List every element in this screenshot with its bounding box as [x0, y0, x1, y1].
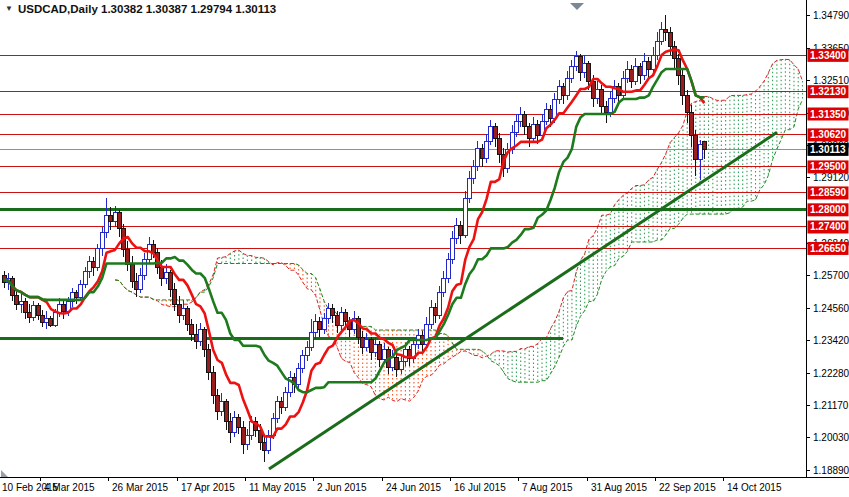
candle [224, 401, 228, 421]
candle [433, 307, 437, 316]
candle [75, 293, 79, 297]
date-tick-label: 17 Apr 2015 [181, 482, 235, 493]
candle [169, 273, 173, 290]
candle [689, 113, 693, 136]
candle [549, 110, 553, 119]
candle [544, 110, 548, 121]
candle [399, 361, 403, 370]
candle [318, 321, 322, 330]
candle [335, 316, 339, 326]
price-tick-label: 1.22280 [813, 368, 849, 379]
candle [301, 356, 305, 369]
candle [173, 290, 177, 304]
candle [220, 401, 224, 411]
date-tick-label: 7 Aug 2015 [522, 482, 573, 493]
date-tick-label: 26 Mar 2015 [112, 482, 169, 493]
candle [117, 213, 121, 229]
svg-text:1.33400: 1.33400 [810, 50, 847, 61]
candle [198, 330, 202, 341]
candle [463, 198, 467, 235]
candle [467, 178, 471, 198]
date-tick-label: 16 Jul 2015 [454, 482, 506, 493]
green-trend-objects[interactable] [0, 132, 806, 469]
candle [566, 78, 570, 95]
candle [561, 87, 565, 96]
candle [459, 226, 463, 236]
candle [241, 427, 245, 444]
candle [160, 267, 164, 278]
candle [472, 167, 476, 178]
ascending-trendline[interactable] [269, 132, 777, 469]
chart-title: ▼ USDCAD,Daily 1.30382 1.30387 1.29794 1… [5, 3, 276, 15]
candle [480, 148, 484, 158]
candle [608, 98, 612, 112]
candle [322, 319, 326, 330]
candle [245, 436, 249, 445]
candle [216, 396, 220, 412]
candle [314, 321, 318, 332]
candle [365, 340, 369, 347]
candle [284, 393, 288, 407]
candle [339, 313, 343, 326]
candle [574, 57, 578, 67]
svg-text:1.26650: 1.26650 [810, 243, 847, 254]
candle [698, 144, 702, 160]
candle [177, 304, 181, 315]
price-tick-label: 1.32510 [813, 75, 849, 86]
svg-text:1.30113: 1.30113 [810, 144, 846, 155]
candle [233, 417, 237, 433]
date-tick-label: 4 Mar 2015 [44, 482, 95, 493]
candle [485, 141, 489, 158]
candle [344, 313, 348, 322]
candle [45, 319, 49, 323]
candle [53, 313, 57, 326]
candle [211, 373, 215, 396]
candle [40, 316, 44, 323]
candle [203, 330, 207, 350]
candle [519, 114, 523, 121]
chart-canvas[interactable]: 1.347901.336501.325101.313701.302601.291… [0, 0, 849, 497]
candle [527, 127, 531, 138]
date-tick-label: 22 Sep 2015 [659, 482, 716, 493]
candle [395, 357, 399, 370]
symbol-dropdown-icon[interactable]: ▼ [5, 5, 13, 13]
candle [570, 67, 574, 78]
candle [327, 309, 331, 319]
candle [194, 334, 198, 341]
candle [373, 344, 377, 353]
chart-shift-marker-icon[interactable] [570, 3, 584, 10]
svg-text:1.32130: 1.32130 [810, 86, 847, 97]
candle [134, 281, 138, 290]
candle [331, 309, 335, 316]
candle [557, 87, 561, 100]
svg-text:1.28000: 1.28000 [810, 204, 847, 215]
candle [634, 67, 638, 81]
candle [685, 95, 689, 112]
candle [600, 90, 604, 107]
svg-text:1.30620: 1.30620 [810, 129, 847, 140]
candle [96, 248, 100, 267]
candle [493, 127, 497, 138]
candle [514, 121, 518, 132]
candle [23, 301, 27, 312]
svg-text:1.28590: 1.28590 [810, 187, 847, 198]
candle [100, 233, 104, 249]
candle [139, 276, 143, 290]
price-tick-label: 1.24560 [813, 303, 849, 314]
candle [49, 319, 53, 326]
candle [28, 313, 32, 317]
candle [369, 340, 373, 353]
candle [583, 64, 587, 73]
candle [655, 41, 659, 55]
price-tick-label: 1.29120 [813, 172, 849, 183]
price-tick-label: 1.20030 [813, 432, 849, 443]
candle [378, 344, 382, 360]
candle [531, 124, 535, 138]
candle [587, 64, 591, 81]
candle [87, 261, 91, 271]
candle [361, 337, 365, 347]
candle [19, 301, 23, 304]
candle [79, 284, 83, 297]
candle [164, 273, 168, 279]
candle [438, 293, 442, 316]
